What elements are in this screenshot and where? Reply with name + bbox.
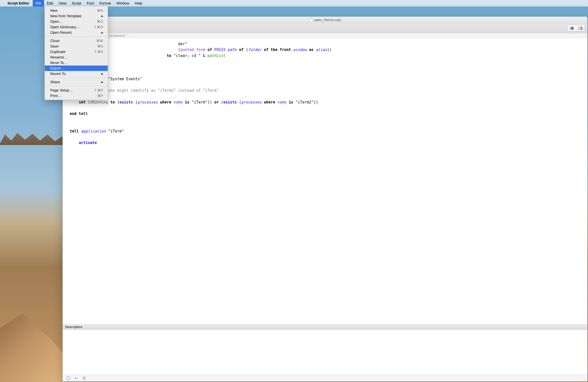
menu-item-label: Revert To — [50, 72, 66, 76]
wallpaper-mountains — [0, 130, 62, 145]
menu-item-label: Rename… — [50, 55, 68, 59]
menu-separator — [45, 78, 108, 78]
panel-view-segment — [567, 25, 585, 32]
menu-edit[interactable]: Edit — [44, 0, 56, 6]
stepper-icon[interactable]: ⌃⌄ — [127, 34, 131, 37]
menu-item-label: Duplicate — [50, 50, 65, 54]
menu-item-shortcut: ⌘O — [97, 20, 103, 24]
file-menu-item-save[interactable]: Save⌘S — [45, 44, 108, 49]
window-title: open_iTerm2.scpt — [314, 18, 341, 22]
file-menu-item-revert-to[interactable]: Revert To▶ — [45, 71, 108, 76]
submenu-arrow-icon: ▶ — [101, 31, 103, 34]
window-toolbar — [63, 23, 587, 33]
menu-format[interactable]: Format — [97, 0, 114, 6]
file-menu-item-open-dictionary[interactable]: Open Dictionary…⇧⌘O — [45, 24, 108, 30]
nav-element-hint: ed element> — [109, 34, 126, 38]
navigation-bar[interactable]: ed element> ⌃⌄ — [63, 33, 587, 38]
menu-item-label: Move To… — [50, 61, 68, 65]
menu-item-label: Close — [50, 39, 60, 43]
script-editor-area[interactable]: der" (quoted form of POSIX path of (fold… — [63, 38, 587, 324]
file-menu-item-open[interactable]: Open…⌘O — [45, 19, 108, 24]
file-menu-item-share[interactable]: Share▶ — [45, 79, 108, 85]
file-menu-item-new-from-template[interactable]: New from Template▶ — [45, 13, 108, 19]
menu-item-label: Page Setup… — [50, 88, 73, 92]
wallpaper-dune — [0, 292, 65, 382]
submenu-arrow-icon: ▶ — [101, 72, 103, 76]
menu-view[interactable]: View — [56, 0, 69, 6]
menu-item-label: Open… — [50, 20, 63, 24]
description-header[interactable]: Description — [63, 324, 587, 330]
menu-item-label: New from Template — [50, 14, 82, 18]
file-menu-item-rename[interactable]: Rename… — [45, 54, 108, 60]
menu-item-shortcut: ⇧⌘P — [94, 88, 103, 92]
menu-item-label: Open Recent — [50, 30, 72, 34]
description-body[interactable] — [63, 330, 587, 375]
menu-item-label: Export… — [50, 66, 64, 70]
document-icon — [309, 18, 313, 22]
menu-item-shortcut: ⇧⌘O — [94, 25, 103, 29]
submenu-arrow-icon: ▶ — [101, 14, 103, 18]
file-menu-item-move-to[interactable]: Move To… — [45, 60, 108, 66]
menu-item-label: New — [50, 8, 58, 12]
menu-item-shortcut: ⌘P — [97, 94, 103, 98]
submenu-arrow-icon: ▶ — [101, 80, 103, 84]
panel-main-button[interactable] — [568, 25, 576, 31]
menu-item-label: Print… — [50, 94, 61, 98]
menu-separator — [45, 86, 108, 86]
menu-file[interactable]: File — [33, 0, 44, 6]
menu-help[interactable]: Help — [132, 0, 145, 6]
file-menu-item-print[interactable]: Print…⌘P — [45, 93, 108, 98]
menu-item-label: Open Dictionary… — [50, 25, 80, 29]
file-menu-dropdown: New⌘NNew from Template▶Open…⌘OOpen Dicti… — [44, 6, 108, 100]
file-menu-item-export[interactable]: Export… — [45, 66, 108, 71]
menu-window[interactable]: Window — [114, 0, 132, 6]
file-menu-item-new[interactable]: New⌘N — [45, 8, 108, 13]
return-icon[interactable]: ↩ — [75, 376, 78, 380]
menu-item-shortcut: ⇧⌘S — [94, 50, 103, 54]
menu-item-shortcut: ⌘W — [96, 39, 103, 43]
menu-script[interactable]: Script — [69, 0, 84, 6]
menu-font[interactable]: Font — [84, 0, 97, 6]
file-menu-item-open-recent[interactable]: Open Recent▶ — [45, 30, 108, 35]
menu-item-shortcut: ⌘S — [97, 44, 103, 48]
menu-item-label: Save — [50, 44, 58, 48]
script-editor-window: open_iTerm2.scpt ed element> ⌃⌄ der" — [62, 16, 588, 382]
menu-item-shortcut: ⌘N — [97, 8, 103, 12]
info-icon[interactable]: i — [66, 376, 70, 380]
file-menu-item-page-setup[interactable]: Page Setup…⇧⌘P — [45, 88, 108, 93]
menu-item-label: Share — [50, 80, 60, 84]
file-menu-item-duplicate[interactable]: Duplicate⇧⌘S — [45, 49, 108, 54]
system-menubar: Script Editor File Edit View Script Font… — [0, 0, 588, 6]
window-statusbar: i ↩ ☰ — [63, 375, 587, 381]
menu-separator — [45, 36, 108, 37]
list-icon[interactable]: ☰ — [82, 376, 86, 380]
file-menu-item-close[interactable]: Close⌘W — [45, 38, 108, 44]
window-titlebar[interactable]: open_iTerm2.scpt — [63, 17, 587, 23]
app-name[interactable]: Script Editor — [8, 1, 29, 5]
panel-side-button[interactable] — [576, 25, 584, 31]
